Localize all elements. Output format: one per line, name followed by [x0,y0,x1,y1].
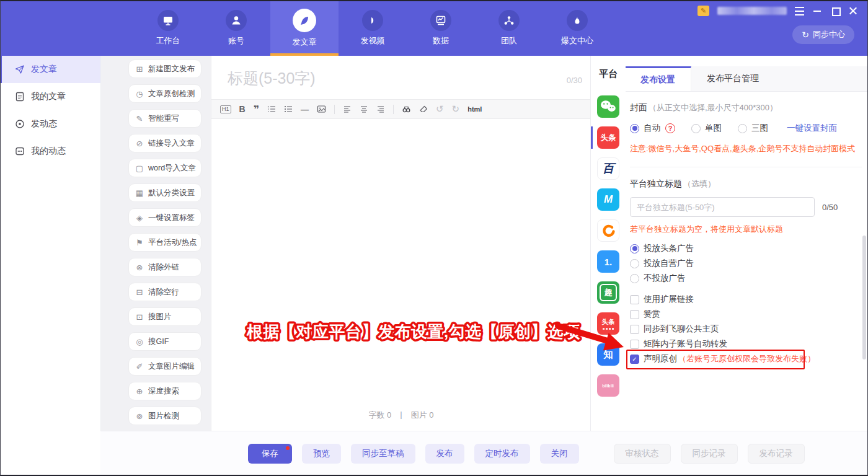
nav-item-team[interactable]: 团队 [475,0,543,56]
tool-set-tags[interactable]: ◈一键设置标签 [128,208,202,227]
settings-scrollbar[interactable] [862,236,866,359]
insert-image-button[interactable] [317,105,326,113]
platform-weixin[interactable] [591,95,626,118]
horizontal-rule-button[interactable]: — [301,105,309,114]
checkbox-extended-link[interactable] [630,295,639,304]
sidebar-item-publish-moment[interactable]: 发动态 [0,110,100,138]
checkbox-declare-original[interactable] [630,355,639,364]
clear-link-icon: ⊗ [135,263,144,272]
tool-import-link[interactable]: ⊘链接导入文章 [128,134,202,152]
tool-platform-activity[interactable]: ⚑平台活动/热点 [128,233,202,252]
save-button[interactable]: 保存 [248,444,292,464]
platform-yidianzixun[interactable]: 1. [591,250,626,273]
tool-search-images[interactable]: ⊡搜图片 [128,307,202,326]
zhihu-icon: 知 [597,343,619,366]
tool-clear-empty-lines[interactable]: ⊟清除空行 [128,283,202,301]
checkbox-row-declare-original[interactable]: 声明原创 （若账号无原创权限会导致发布失败） [630,351,862,366]
radio-row-self-ads[interactable]: 投放自营广告 [630,256,862,271]
independent-title-input[interactable] [630,197,815,217]
publish-records-button[interactable]: 发布记录 [748,444,805,464]
article-title-input[interactable] [226,66,520,90]
align-left-button[interactable] [343,105,352,113]
checkbox-row-sync-feiliao[interactable]: 同步到飞聊公共主页 [630,322,862,337]
tool-default-category[interactable]: ▦默认分类设置 [128,183,202,202]
close-button[interactable]: 关闭 [540,444,579,464]
nav-item-workbench[interactable]: 工作台 [134,0,202,56]
bold-button[interactable]: B [239,104,246,114]
radio-row-no-ads[interactable]: 不投放广告 [630,271,862,286]
sidebar-item-publish-article[interactable]: 发文章 [0,56,100,83]
eraser-icon[interactable] [419,105,428,113]
align-center-button[interactable] [360,105,368,113]
tool-new-article[interactable]: ⊞新建图文发布 [128,60,202,78]
platform-qutoutiao[interactable]: 趣 [591,281,626,304]
sync-to-draft-button[interactable]: 同步至草稿 [351,444,415,464]
find-replace-icon[interactable] [402,105,411,113]
checkbox-matrix-forward[interactable] [630,340,639,349]
tool-edit-article-images[interactable]: ✐文章图片编辑 [128,357,202,376]
sync-center-button[interactable]: 同步中心 [792,25,854,44]
review-status-button[interactable]: 审核状态 [614,444,671,464]
nav-item-publish-article[interactable]: 发文章 [270,0,339,56]
tab-publish-settings[interactable]: 发布设置 [625,66,691,91]
sync-records-button[interactable]: 同步记录 [681,444,738,464]
tool-image-check[interactable]: ⊚图片检测 [128,407,202,425]
unsaved-dot [286,446,290,450]
radio-cover-single[interactable] [691,124,701,133]
checkbox-appreciation[interactable] [630,310,639,319]
editor-body[interactable] [211,119,591,386]
button-label: 发布 [436,448,453,459]
radio-self-ads[interactable] [630,259,639,268]
platform-zhihu[interactable]: 知 [591,343,626,366]
nav-item-data[interactable]: 数据 [407,0,475,56]
one-click-cover-link[interactable]: 一键设置封面 [787,123,837,134]
radio-no-ads[interactable] [630,274,639,283]
platform-huitoutiao[interactable]: 头条 [591,312,626,335]
nav-item-hot-center[interactable]: 爆文中心 [543,0,611,56]
menu-icon[interactable] [795,7,804,15]
checkbox-row-appreciation[interactable]: 赞赏 [630,307,862,322]
help-icon[interactable]: ? [665,123,675,133]
platform-baijiahao[interactable]: 百 [591,157,626,180]
radio-row-toutiao-ads[interactable]: 投放头条广告 [630,241,862,256]
scheduled-publish-button[interactable]: 定时发布 [474,444,530,464]
tool-originality-check[interactable]: ◷文章原创检测 [128,84,202,103]
checkbox-row-matrix-forward[interactable]: 矩阵内子账号自动转发 [630,337,862,351]
radio-cover-triple[interactable] [738,124,747,133]
publish-button[interactable]: 发布 [425,444,464,464]
preview-button[interactable]: 预览 [302,444,341,464]
tool-label: 清除外链 [148,262,179,273]
tab-platform-management[interactable]: 发布平台管理 [691,66,774,91]
blockquote-button[interactable]: ❞ [254,104,259,115]
platform-dayuhao[interactable]: M [591,188,626,211]
checkbox-row-extended-link[interactable]: 使用扩展链接 [630,292,862,307]
tool-clear-external-links[interactable]: ⊗清除外链 [128,258,202,276]
platform-sohuhao[interactable] [591,219,626,242]
bullet-list-button[interactable] [284,105,293,113]
platform-bilibili[interactable]: bilibili [591,374,626,397]
tool-label: 链接导入文章 [148,138,195,149]
ordered-list-button[interactable] [267,105,276,113]
sidebar-item-my-moments[interactable]: 我的动态 [0,138,100,165]
cover-hint: （从正文中选择,最小尺寸400*300） [649,103,777,112]
align-right-button[interactable] [376,105,385,113]
undo-button[interactable]: ↺ [436,104,444,115]
html-mode-button[interactable]: html [467,105,482,113]
radio-toutiao-ads[interactable] [630,244,639,253]
platform-toutiao[interactable]: 头条 [591,126,626,149]
nav-item-account[interactable]: 账号 [202,0,270,56]
heading-button[interactable]: H1 [220,105,231,113]
radio-label: 投放自营广告 [644,258,694,269]
radio-cover-auto[interactable] [630,124,639,133]
redo-button[interactable]: ↻ [452,104,460,115]
sidebar-item-my-articles[interactable]: 我的文章 [0,83,100,110]
tool-import-word[interactable]: ▢word导入文章 [128,159,202,177]
tool-search-gif[interactable]: ◎搜GIF [128,332,202,351]
nav-item-publish-video[interactable]: 发视频 [339,0,407,56]
checkbox-sync-feiliao[interactable] [630,325,639,334]
close-icon[interactable] [848,6,858,15]
tool-smart-rewrite[interactable]: ✎智能重写 [128,109,202,128]
maximize-icon[interactable] [830,6,840,15]
minimize-icon[interactable] [812,6,822,15]
tool-deep-search[interactable]: ⊕深度搜索 [128,382,202,400]
